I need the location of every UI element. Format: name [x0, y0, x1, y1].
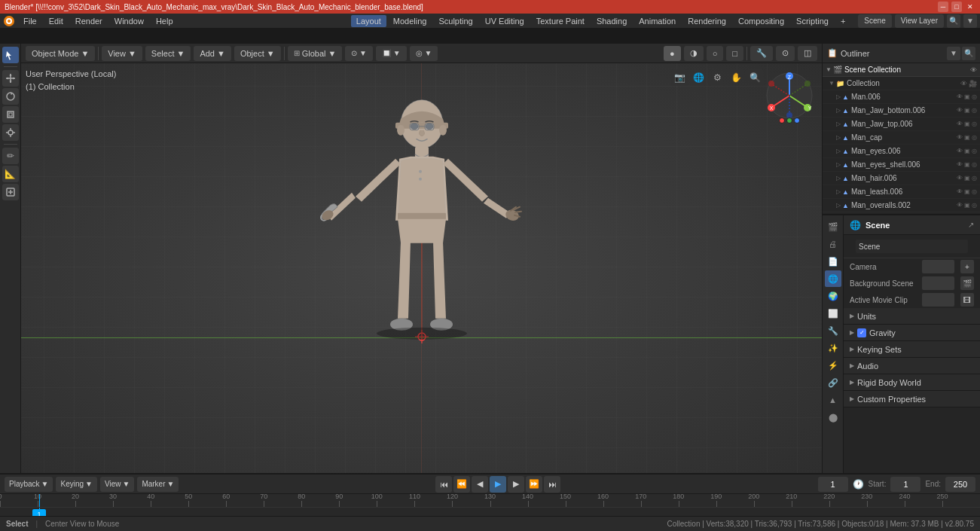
- viewport-overlay-btn[interactable]: ⊙: [776, 46, 795, 61]
- tool-annotate[interactable]: ✏: [2, 148, 19, 164]
- camera-add-btn[interactable]: +: [960, 260, 974, 273]
- item-filter[interactable]: ◎: [972, 107, 977, 114]
- hand-btn[interactable]: ✋: [728, 69, 744, 86]
- gravity-section-header[interactable]: ▶ ✓ Gravity: [844, 325, 980, 341]
- menu-render[interactable]: Render: [70, 15, 108, 27]
- tab-shading[interactable]: Shading: [591, 15, 632, 27]
- outliner-filter-btn[interactable]: ▼: [947, 47, 960, 60]
- minimize-btn[interactable]: ─: [938, 2, 948, 12]
- tool-rotate[interactable]: [2, 88, 19, 105]
- item-cam[interactable]: ▣: [964, 134, 970, 141]
- viewport-select-btn[interactable]: Select ▼: [145, 46, 191, 61]
- item-eye[interactable]: 👁: [957, 175, 963, 182]
- keying-btn[interactable]: Keying ▼: [56, 477, 96, 492]
- gizmo-obj-btn[interactable]: [786, 117, 792, 124]
- outliner-item-man-006[interactable]: ▷ ▲ Man.006 👁 ▣ ◎: [823, 90, 980, 104]
- item-cam[interactable]: ▣: [964, 93, 970, 100]
- prop-world-icon[interactable]: 🌍: [825, 288, 841, 304]
- gizmo-cam-btn[interactable]: [779, 117, 785, 124]
- tool-move[interactable]: [2, 70, 19, 87]
- item-cam[interactable]: ▣: [964, 121, 970, 127]
- custom-props-header[interactable]: ▶ Custom Properties: [844, 391, 980, 407]
- item-filter[interactable]: ◎: [972, 175, 977, 182]
- outliner-item-man_eyes-006[interactable]: ▷ ▲ Man_eyes.006 👁 ▣ ◎: [823, 145, 980, 158]
- prop-object-icon[interactable]: ⬜: [825, 305, 841, 322]
- prop-modifier-icon[interactable]: 🔧: [825, 322, 841, 339]
- outliner-item-man_eyes_shell-006[interactable]: ▷ ▲ Man_eyes_shell.006 👁 ▣ ◎: [823, 158, 980, 172]
- item-eye[interactable]: 👁: [957, 148, 963, 154]
- transform-orientation-btn[interactable]: ⊞ Global ▼: [288, 46, 343, 61]
- menu-help[interactable]: Help: [151, 15, 179, 27]
- item-filter[interactable]: ◎: [972, 148, 977, 154]
- outliner-item-man_cap[interactable]: ▷ ▲ Man_cap 👁 ▣ ◎: [823, 131, 980, 145]
- jump-next-key-btn[interactable]: ⏩: [526, 476, 542, 493]
- view-btn[interactable]: View ▼: [100, 477, 134, 492]
- play-btn[interactable]: ▶: [490, 476, 506, 493]
- item-filter[interactable]: ◎: [972, 121, 977, 127]
- item-cam[interactable]: ▣: [964, 188, 970, 195]
- prop-scene-icon[interactable]: 🌐: [825, 270, 841, 287]
- tab-scripting[interactable]: Scripting: [791, 15, 834, 27]
- step-prev-btn[interactable]: ◀: [472, 476, 488, 493]
- item-eye[interactable]: 👁: [957, 202, 963, 209]
- jump-end-btn[interactable]: ⏭: [544, 476, 560, 493]
- search-btn[interactable]: 🔍: [947, 14, 960, 28]
- tab-modeling[interactable]: Modeling: [388, 15, 432, 27]
- scene-collection-eye[interactable]: 👁: [970, 66, 977, 74]
- item-filter[interactable]: ◎: [972, 161, 977, 168]
- end-frame-input[interactable]: 250: [945, 477, 975, 492]
- movie-clip-input[interactable]: [922, 293, 954, 307]
- tool-scale[interactable]: [2, 106, 19, 123]
- outliner-item-man_hair-006[interactable]: ▷ ▲ Man_hair.006 👁 ▣ ◎: [823, 172, 980, 185]
- item-eye[interactable]: 👁: [957, 161, 963, 168]
- viewport-xray-btn[interactable]: ◫: [798, 46, 817, 61]
- tool-select[interactable]: [2, 47, 19, 63]
- prop-data-icon[interactable]: ▲: [825, 392, 841, 408]
- camera-btn[interactable]: 📷: [671, 69, 688, 86]
- menu-file[interactable]: File: [18, 15, 42, 27]
- scene-collection-item[interactable]: ▼ 🎬 Scene Collection 👁: [823, 63, 980, 77]
- menu-window[interactable]: Window: [109, 15, 149, 27]
- view-layer-selector[interactable]: View Layer: [895, 14, 944, 28]
- tab-add[interactable]: +: [835, 15, 850, 27]
- prop-constraints-icon[interactable]: 🔗: [825, 374, 841, 391]
- tab-compositing[interactable]: Compositing: [733, 15, 789, 27]
- gravity-checkbox[interactable]: ✓: [857, 328, 866, 337]
- viewport-shading-material[interactable]: ◑: [684, 46, 704, 61]
- viewport-gizmo-btn[interactable]: 🔧: [750, 46, 773, 61]
- tool-add-object[interactable]: [2, 184, 19, 200]
- render-btn[interactable]: ⚙: [709, 69, 725, 86]
- outliner-item-man_overalls-002[interactable]: ▷ ▲ Man_overalls.002 👁 ▣ ◎: [823, 199, 980, 212]
- tool-measure[interactable]: 📐: [2, 166, 19, 182]
- item-filter[interactable]: ◎: [972, 93, 977, 100]
- viewport-shading-wire[interactable]: □: [726, 46, 743, 61]
- outliner-search-btn[interactable]: 🔍: [962, 47, 975, 60]
- keying-sets-header[interactable]: ▶ Keying Sets: [844, 341, 980, 358]
- tool-transform[interactable]: [2, 124, 19, 141]
- transform-pivot-btn[interactable]: ⊙ ▼: [345, 46, 373, 61]
- viewport-shading-render[interactable]: ○: [707, 46, 724, 61]
- menu-edit[interactable]: Edit: [44, 15, 69, 27]
- tab-texture-paint[interactable]: Texture Paint: [531, 15, 590, 27]
- outliner-content[interactable]: ▼ 🎬 Scene Collection 👁 ▼ 📁 Collection 👁 …: [823, 63, 980, 214]
- prop-output-icon[interactable]: 🖨: [825, 236, 841, 252]
- item-cam[interactable]: ▣: [964, 107, 970, 114]
- item-filter[interactable]: ◎: [972, 202, 977, 209]
- viewport-shading-solid[interactable]: ●: [664, 46, 681, 61]
- outliner-item-man_leash-006[interactable]: ▷ ▲ Man_leash.006 👁 ▣ ◎: [823, 185, 980, 199]
- viewport-view-btn[interactable]: View ▼: [102, 46, 142, 61]
- coll-eye[interactable]: 👁: [960, 80, 967, 87]
- close-btn[interactable]: ✕: [965, 2, 975, 12]
- tab-layout[interactable]: Layout: [351, 15, 386, 27]
- item-eye[interactable]: 👁: [957, 107, 963, 114]
- collection-item[interactable]: ▼ 📁 Collection 👁 🎥: [823, 77, 980, 90]
- proportional-btn[interactable]: ◎ ▼: [410, 46, 438, 61]
- viewport-object-btn[interactable]: Object ▼: [234, 46, 281, 61]
- item-cam[interactable]: ▣: [964, 161, 970, 168]
- item-eye[interactable]: 👁: [957, 134, 963, 141]
- tab-rendering[interactable]: Rendering: [682, 15, 731, 27]
- viewport-add-btn[interactable]: Add ▼: [194, 46, 231, 61]
- outliner-item-man_jaw_top-006[interactable]: ▷ ▲ Man_Jaw_top.006 👁 ▣ ◎: [823, 117, 980, 131]
- scene-name-input[interactable]: Scene: [856, 240, 968, 253]
- start-frame-input[interactable]: 1: [890, 477, 920, 492]
